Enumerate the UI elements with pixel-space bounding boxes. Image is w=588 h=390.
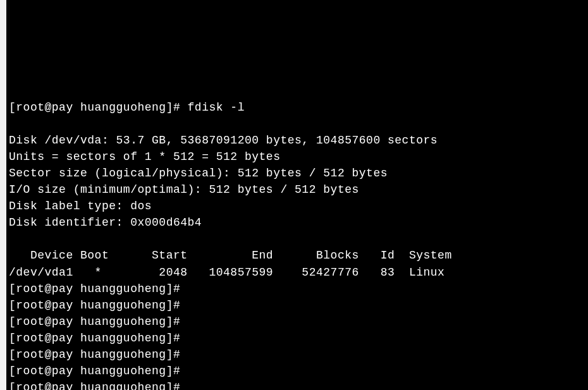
line-10: /dev/vda1 * 2048 104857599 52427776 83 L… <box>9 266 444 279</box>
line-04: Sector size (logical/physical): 512 byte… <box>9 167 388 180</box>
line-14: [root@pay huangguoheng]# <box>9 332 188 344</box>
line-06: Disk label type: dos <box>9 200 152 212</box>
line-11: [root@pay huangguoheng]# <box>9 283 188 295</box>
line-00: [root@pay huangguoheng]# fdisk -l <box>9 101 245 114</box>
line-09: Device Boot Start End Blocks Id System <box>9 249 452 262</box>
line-15: [root@pay huangguoheng]# <box>9 348 188 361</box>
terminal-output[interactable]: [root@pay huangguoheng]# fdisk -l Disk /… <box>9 99 588 390</box>
line-13: [root@pay huangguoheng]# <box>9 315 188 328</box>
line-16: [root@pay huangguoheng]# <box>9 365 188 377</box>
line-02: Disk /dev/vda: 53.7 GB, 53687091200 byte… <box>9 134 438 147</box>
line-17: [root@pay huangguoheng]# <box>9 381 188 390</box>
left-strip <box>0 0 6 390</box>
line-12: [root@pay huangguoheng]# <box>9 299 188 312</box>
line-07: Disk identifier: 0x000d64b4 <box>9 216 202 229</box>
line-05: I/O size (minimum/optimal): 512 bytes / … <box>9 183 359 196</box>
line-03: Units = sectors of 1 * 512 = 512 bytes <box>9 150 280 163</box>
